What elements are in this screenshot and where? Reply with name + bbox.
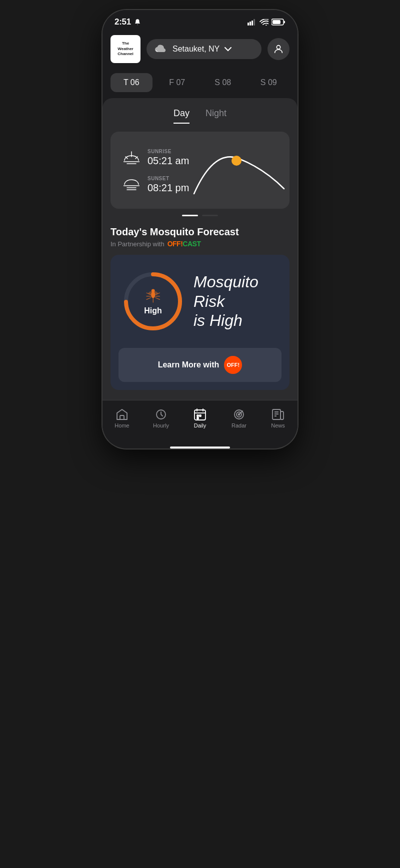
sunrise-row: SUNRISE 05:21 am: [122, 149, 189, 167]
svg-rect-31: [197, 415, 198, 416]
mosquito-risk-area: High Mosquito Risk is High: [110, 255, 290, 348]
svg-rect-6: [284, 21, 286, 24]
calendar-icon: [194, 408, 206, 420]
off-badge: OFF!: [224, 356, 242, 374]
sun-arc-container: [189, 144, 289, 199]
svg-rect-2: [252, 21, 253, 26]
mosquito-title: Today's Mosquito Forecast: [110, 226, 290, 238]
sunset-row: SUNSET 08:21 pm: [122, 176, 189, 194]
nav-label-home: Home: [114, 422, 129, 428]
nav-label-radar: Radar: [232, 422, 246, 428]
svg-rect-33: [197, 417, 198, 419]
gauge-label: High: [144, 306, 162, 315]
nav-item-home[interactable]: Home: [102, 405, 142, 431]
status-bar: 2:51: [102, 10, 298, 31]
date-tab-2[interactable]: S 08: [202, 73, 244, 92]
gauge-container: High: [120, 269, 186, 334]
svg-rect-38: [272, 409, 280, 419]
nav-item-daily[interactable]: Daily: [180, 405, 220, 431]
sunrise-text: SUNRISE 05:21 am: [148, 149, 189, 167]
location-text: Setauket, NY: [172, 45, 220, 54]
sun-arc-svg: [189, 144, 289, 199]
risk-text-area: Mosquito Risk is High: [194, 272, 280, 330]
svg-line-37: [239, 411, 242, 414]
chevron-down-icon: [224, 47, 232, 52]
sunset-text: SUNSET 08:21 pm: [148, 176, 189, 194]
risk-big-text: Mosquito Risk is High: [194, 272, 280, 330]
sunset-label: SUNSET: [148, 176, 189, 181]
date-tab-label-2: S 08: [214, 78, 231, 87]
svg-point-8: [276, 46, 280, 49]
news-icon: [272, 408, 284, 420]
brand-logo-text: The Weather Channel: [118, 41, 134, 57]
gauge-center: High: [144, 287, 162, 315]
home-indicator: [170, 447, 230, 449]
bottom-nav: Home Hourly Daily: [102, 400, 298, 444]
clock-icon: [155, 408, 167, 420]
learn-more-text: Learn More with: [158, 360, 220, 369]
mosquito-card: High Mosquito Risk is High Learn More wi…: [110, 255, 290, 390]
page-dot-2: [202, 215, 218, 216]
status-time: 2:51: [114, 17, 131, 27]
nav-label-hourly: Hourly: [153, 422, 169, 428]
wifi-icon: [260, 19, 268, 26]
sunrise-icon: [124, 151, 140, 165]
sunset-icon-container: [122, 178, 140, 192]
page-indicators: [102, 215, 298, 216]
day-tab[interactable]: Day: [174, 108, 190, 124]
nav-item-radar[interactable]: Radar: [220, 405, 258, 431]
header: The Weather Channel Setauket, NY: [102, 31, 298, 69]
partnership-text: In Partnership with: [110, 240, 164, 248]
svg-line-18: [146, 297, 151, 299]
sunrise-time: 05:21 am: [148, 155, 189, 167]
partnership-row: In Partnership with OFF!CAST: [110, 240, 290, 248]
night-tab[interactable]: Night: [206, 108, 226, 124]
nav-item-news[interactable]: News: [258, 405, 298, 431]
day-night-tabs: Day Night: [102, 98, 298, 124]
learn-more-button[interactable]: Learn More with OFF!: [118, 348, 282, 382]
svg-rect-7: [272, 20, 280, 24]
cloud-icon: [154, 44, 168, 54]
nav-item-hourly[interactable]: Hourly: [142, 405, 180, 431]
home-icon: [116, 408, 128, 420]
page-dot-1: [182, 215, 198, 216]
radar-icon: [232, 408, 246, 420]
sunrise-icon-container: [122, 151, 140, 165]
person-icon: [273, 44, 284, 55]
date-tab-label-1: F 07: [169, 78, 185, 87]
bell-slash-icon: [134, 19, 141, 26]
sun-card: SUNRISE 05:21 am SUNSET: [110, 132, 290, 209]
svg-rect-0: [248, 23, 249, 26]
svg-rect-32: [200, 415, 201, 416]
phone-frame: 2:51: [102, 10, 298, 449]
mosquito-section: Today's Mosquito Forecast In Partnership…: [102, 226, 298, 390]
off-badge-text: OFF!: [227, 362, 240, 368]
mosquito-icon: [144, 287, 162, 304]
svg-line-21: [155, 297, 160, 299]
location-pill[interactable]: Setauket, NY: [146, 39, 262, 59]
date-tab-0[interactable]: T 06: [110, 73, 152, 92]
profile-button[interactable]: [268, 38, 290, 60]
nav-label-daily: Daily: [194, 422, 206, 428]
signal-icon: [248, 19, 256, 26]
svg-rect-39: [280, 411, 284, 419]
date-tab-label-3: S 09: [260, 78, 277, 87]
sun-info: SUNRISE 05:21 am SUNSET: [122, 149, 189, 194]
svg-point-4: [266, 25, 267, 25]
sunrise-label: SUNRISE: [148, 149, 189, 154]
sunset-time: 08:21 pm: [148, 182, 189, 194]
svg-rect-3: [254, 19, 255, 26]
date-tab-label-0: T 06: [124, 78, 140, 87]
svg-rect-1: [250, 22, 251, 26]
nav-label-news: News: [271, 422, 285, 428]
battery-icon: [272, 19, 286, 26]
sunset-icon: [124, 178, 140, 192]
date-tab-1[interactable]: F 07: [156, 73, 198, 92]
brand-logo: The Weather Channel: [110, 35, 140, 63]
svg-rect-25: [120, 415, 124, 419]
date-tab-3[interactable]: S 09: [248, 73, 290, 92]
status-icons: [248, 19, 286, 26]
svg-point-11: [232, 156, 242, 166]
offcast-logo: OFF!CAST: [168, 240, 201, 248]
date-tabs: T 06 F 07 S 08 S 09: [102, 69, 298, 96]
